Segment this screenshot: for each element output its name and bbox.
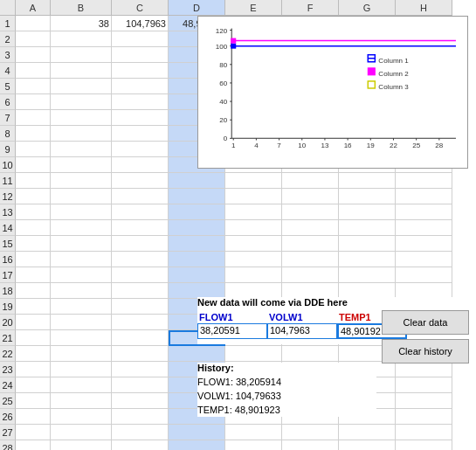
cell-C26[interactable]: [112, 409, 169, 425]
cell-B27[interactable]: [51, 425, 112, 440]
cell-C5[interactable]: [112, 79, 169, 94]
cell-H26[interactable]: [396, 409, 452, 425]
cell-B28[interactable]: [51, 440, 112, 450]
cell-B1[interactable]: 38: [51, 16, 112, 31]
cell-G13[interactable]: [339, 204, 396, 220]
cell-C6[interactable]: [112, 94, 169, 110]
cell-E22[interactable]: [225, 346, 282, 362]
cell-A25[interactable]: [16, 393, 51, 409]
cell-B19[interactable]: [51, 299, 112, 315]
cell-F12[interactable]: [282, 189, 339, 204]
cell-C24[interactable]: [112, 377, 169, 393]
cell-A21[interactable]: [16, 330, 51, 346]
cell-C3[interactable]: [112, 47, 169, 63]
cell-F28[interactable]: [282, 440, 339, 450]
cell-C17[interactable]: [112, 267, 169, 283]
cell-F11[interactable]: [282, 173, 339, 189]
cell-A5[interactable]: [16, 79, 51, 94]
cell-E17[interactable]: [225, 267, 282, 283]
cell-C15[interactable]: [112, 236, 169, 252]
cell-D22[interactable]: [169, 346, 225, 362]
cell-H23[interactable]: [396, 362, 452, 377]
cell-H27[interactable]: [396, 425, 452, 440]
cell-B16[interactable]: [51, 252, 112, 267]
cell-F17[interactable]: [282, 267, 339, 283]
cell-A1[interactable]: [16, 16, 51, 31]
cell-C11[interactable]: [112, 173, 169, 189]
cell-F16[interactable]: [282, 252, 339, 267]
cell-C13[interactable]: [112, 204, 169, 220]
cell-B15[interactable]: [51, 236, 112, 252]
cell-A24[interactable]: [16, 377, 51, 393]
cell-C10[interactable]: [112, 157, 169, 173]
cell-C23[interactable]: [112, 362, 169, 377]
cell-B25[interactable]: [51, 393, 112, 409]
cell-B23[interactable]: [51, 362, 112, 377]
cell-B3[interactable]: [51, 47, 112, 63]
cell-E13[interactable]: [225, 204, 282, 220]
cell-G15[interactable]: [339, 236, 396, 252]
cell-B9[interactable]: [51, 142, 112, 157]
cell-D27[interactable]: [169, 425, 225, 440]
cell-A9[interactable]: [16, 142, 51, 157]
cell-D15[interactable]: [169, 236, 225, 252]
cell-A20[interactable]: [16, 315, 51, 330]
cell-H14[interactable]: [396, 220, 452, 236]
cell-A27[interactable]: [16, 425, 51, 440]
cell-G28[interactable]: [339, 440, 396, 450]
cell-H13[interactable]: [396, 204, 452, 220]
cell-D12[interactable]: [169, 189, 225, 204]
cell-A8[interactable]: [16, 126, 51, 142]
cell-A6[interactable]: [16, 94, 51, 110]
cell-A22[interactable]: [16, 346, 51, 362]
cell-B20[interactable]: [51, 315, 112, 330]
cell-C4[interactable]: [112, 63, 169, 79]
cell-H28[interactable]: [396, 440, 452, 450]
cell-G27[interactable]: [339, 425, 396, 440]
cell-B4[interactable]: [51, 63, 112, 79]
cell-C19[interactable]: [112, 299, 169, 315]
cell-C21[interactable]: [112, 330, 169, 346]
cell-H16[interactable]: [396, 252, 452, 267]
cell-C22[interactable]: [112, 346, 169, 362]
cell-D17[interactable]: [169, 267, 225, 283]
cell-A19[interactable]: [16, 299, 51, 315]
cell-A15[interactable]: [16, 236, 51, 252]
cell-G11[interactable]: [339, 173, 396, 189]
cell-B26[interactable]: [51, 409, 112, 425]
cell-A3[interactable]: [16, 47, 51, 63]
cell-F22[interactable]: [282, 346, 339, 362]
cell-B24[interactable]: [51, 377, 112, 393]
cell-B8[interactable]: [51, 126, 112, 142]
cell-C18[interactable]: [112, 283, 169, 299]
cell-C20[interactable]: [112, 315, 169, 330]
cell-B17[interactable]: [51, 267, 112, 283]
cell-C25[interactable]: [112, 393, 169, 409]
cell-C14[interactable]: [112, 220, 169, 236]
cell-C7[interactable]: [112, 110, 169, 126]
cell-D16[interactable]: [169, 252, 225, 267]
cell-E11[interactable]: [225, 173, 282, 189]
cell-D11[interactable]: [169, 173, 225, 189]
cell-B12[interactable]: [51, 189, 112, 204]
cell-F13[interactable]: [282, 204, 339, 220]
cell-A2[interactable]: [16, 31, 51, 47]
cell-G14[interactable]: [339, 220, 396, 236]
cell-A7[interactable]: [16, 110, 51, 126]
cell-C2[interactable]: [112, 31, 169, 47]
cell-C1[interactable]: 104,7963: [112, 16, 169, 31]
cell-E14[interactable]: [225, 220, 282, 236]
cell-B18[interactable]: [51, 283, 112, 299]
cell-F15[interactable]: [282, 236, 339, 252]
cell-D28[interactable]: [169, 440, 225, 450]
cell-A28[interactable]: [16, 440, 51, 450]
cell-H17[interactable]: [396, 267, 452, 283]
cell-B7[interactable]: [51, 110, 112, 126]
clear-history-button[interactable]: Clear history: [382, 339, 469, 363]
cell-G17[interactable]: [339, 267, 396, 283]
cell-E27[interactable]: [225, 425, 282, 440]
cell-A14[interactable]: [16, 220, 51, 236]
cell-A12[interactable]: [16, 189, 51, 204]
cell-H12[interactable]: [396, 189, 452, 204]
cell-B13[interactable]: [51, 204, 112, 220]
